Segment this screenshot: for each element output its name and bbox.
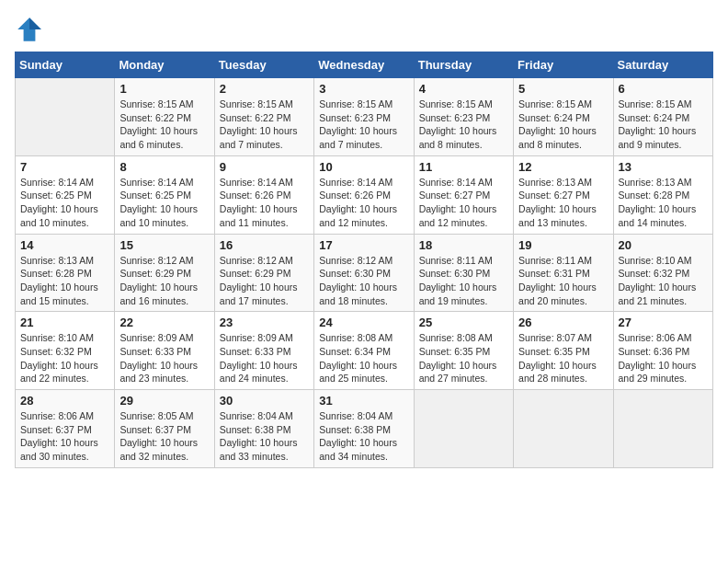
day-number: 2 [220,82,309,96]
day-number: 4 [419,82,508,96]
calendar-cell: 22Sunrise: 8:09 AM Sunset: 6:33 PM Dayli… [115,312,214,390]
day-number: 15 [119,238,209,252]
header-friday: Friday [514,52,613,78]
calendar-cell [613,390,712,468]
day-info: Sunrise: 8:14 AM Sunset: 6:25 PM Dayligh… [20,176,109,230]
day-info: Sunrise: 8:15 AM Sunset: 6:23 PM Dayligh… [419,98,508,152]
logo-icon [15,15,44,44]
calendar-cell: 5Sunrise: 8:15 AM Sunset: 6:24 PM Daylig… [514,78,613,156]
calendar-cell: 19Sunrise: 8:11 AM Sunset: 6:31 PM Dayli… [514,234,613,312]
header-wednesday: Wednesday [314,52,414,78]
calendar-cell: 4Sunrise: 8:15 AM Sunset: 6:23 PM Daylig… [414,78,513,156]
day-number: 22 [119,316,209,329]
day-info: Sunrise: 8:05 AM Sunset: 6:37 PM Dayligh… [119,409,209,464]
day-number: 23 [220,316,309,329]
svg-marker-1 [29,17,41,29]
day-info: Sunrise: 8:08 AM Sunset: 6:34 PM Dayligh… [319,331,408,385]
day-number: 14 [20,238,109,252]
day-number: 5 [518,82,608,96]
calendar-table: SundayMondayTuesdayWednesdayThursdayFrid… [15,52,713,468]
day-number: 26 [518,316,608,329]
day-number: 31 [319,394,408,408]
day-number: 27 [619,316,708,329]
calendar-cell: 23Sunrise: 8:09 AM Sunset: 6:33 PM Dayli… [214,312,313,390]
day-number: 16 [220,238,309,252]
day-number: 21 [20,316,109,329]
day-info: Sunrise: 8:12 AM Sunset: 6:29 PM Dayligh… [220,254,309,308]
day-number: 3 [319,82,408,96]
day-number: 11 [419,160,508,174]
day-info: Sunrise: 8:15 AM Sunset: 6:22 PM Dayligh… [119,98,209,152]
header-sunday: Sunday [16,52,115,78]
day-info: Sunrise: 8:06 AM Sunset: 6:36 PM Dayligh… [619,331,708,385]
day-number: 13 [619,160,708,174]
calendar-week-5: 28Sunrise: 8:06 AM Sunset: 6:37 PM Dayli… [16,390,713,468]
calendar-cell [16,78,115,156]
day-info: Sunrise: 8:09 AM Sunset: 6:33 PM Dayligh… [119,331,209,385]
day-number: 8 [119,160,209,174]
calendar-cell: 12Sunrise: 8:13 AM Sunset: 6:27 PM Dayli… [514,155,613,234]
header-monday: Monday [115,52,214,78]
day-info: Sunrise: 8:10 AM Sunset: 6:32 PM Dayligh… [20,331,109,385]
calendar-cell: 11Sunrise: 8:14 AM Sunset: 6:27 PM Dayli… [414,155,513,234]
calendar-week-3: 14Sunrise: 8:13 AM Sunset: 6:28 PM Dayli… [16,234,713,312]
day-number: 29 [119,394,209,408]
calendar-cell: 30Sunrise: 8:04 AM Sunset: 6:38 PM Dayli… [214,390,313,468]
day-number: 6 [619,82,708,96]
calendar-cell: 2Sunrise: 8:15 AM Sunset: 6:22 PM Daylig… [214,78,313,156]
calendar-cell: 31Sunrise: 8:04 AM Sunset: 6:38 PM Dayli… [314,390,414,468]
day-number: 19 [518,238,608,252]
day-number: 28 [20,394,109,408]
day-number: 20 [619,238,708,252]
day-info: Sunrise: 8:12 AM Sunset: 6:29 PM Dayligh… [119,254,209,308]
calendar-cell: 27Sunrise: 8:06 AM Sunset: 6:36 PM Dayli… [613,312,712,390]
calendar-week-2: 7Sunrise: 8:14 AM Sunset: 6:25 PM Daylig… [16,155,713,234]
day-info: Sunrise: 8:13 AM Sunset: 6:28 PM Dayligh… [20,254,109,308]
calendar-cell: 17Sunrise: 8:12 AM Sunset: 6:30 PM Dayli… [314,234,414,312]
calendar-cell [514,390,613,468]
calendar-cell: 18Sunrise: 8:11 AM Sunset: 6:30 PM Dayli… [414,234,513,312]
calendar-cell: 20Sunrise: 8:10 AM Sunset: 6:32 PM Dayli… [613,234,712,312]
calendar-week-4: 21Sunrise: 8:10 AM Sunset: 6:32 PM Dayli… [16,312,713,390]
day-number: 7 [20,160,109,174]
calendar-cell: 10Sunrise: 8:14 AM Sunset: 6:26 PM Dayli… [314,155,414,234]
day-info: Sunrise: 8:06 AM Sunset: 6:37 PM Dayligh… [20,409,109,464]
logo [15,15,48,44]
day-info: Sunrise: 8:13 AM Sunset: 6:27 PM Dayligh… [518,176,608,230]
calendar-cell: 8Sunrise: 8:14 AM Sunset: 6:25 PM Daylig… [115,155,214,234]
day-info: Sunrise: 8:07 AM Sunset: 6:35 PM Dayligh… [518,331,608,385]
day-number: 30 [220,394,309,408]
day-number: 25 [419,316,508,329]
day-info: Sunrise: 8:14 AM Sunset: 6:27 PM Dayligh… [419,176,508,230]
day-number: 10 [319,160,408,174]
day-info: Sunrise: 8:04 AM Sunset: 6:38 PM Dayligh… [319,409,408,464]
calendar-cell: 24Sunrise: 8:08 AM Sunset: 6:34 PM Dayli… [314,312,414,390]
calendar-cell: 7Sunrise: 8:14 AM Sunset: 6:25 PM Daylig… [16,155,115,234]
day-number: 17 [319,238,408,252]
day-info: Sunrise: 8:04 AM Sunset: 6:38 PM Dayligh… [220,409,309,464]
calendar-header-row: SundayMondayTuesdayWednesdayThursdayFrid… [16,52,713,78]
day-info: Sunrise: 8:14 AM Sunset: 6:26 PM Dayligh… [220,176,309,230]
day-info: Sunrise: 8:15 AM Sunset: 6:22 PM Dayligh… [220,98,309,152]
calendar-cell: 14Sunrise: 8:13 AM Sunset: 6:28 PM Dayli… [16,234,115,312]
day-info: Sunrise: 8:15 AM Sunset: 6:24 PM Dayligh… [518,98,608,152]
calendar-cell: 1Sunrise: 8:15 AM Sunset: 6:22 PM Daylig… [115,78,214,156]
page-header [15,15,713,44]
calendar-cell: 16Sunrise: 8:12 AM Sunset: 6:29 PM Dayli… [214,234,313,312]
day-info: Sunrise: 8:11 AM Sunset: 6:31 PM Dayligh… [518,254,608,308]
calendar-cell: 29Sunrise: 8:05 AM Sunset: 6:37 PM Dayli… [115,390,214,468]
calendar-cell: 15Sunrise: 8:12 AM Sunset: 6:29 PM Dayli… [115,234,214,312]
day-number: 1 [119,82,209,96]
day-info: Sunrise: 8:15 AM Sunset: 6:23 PM Dayligh… [319,98,408,152]
day-number: 18 [419,238,508,252]
calendar-week-1: 1Sunrise: 8:15 AM Sunset: 6:22 PM Daylig… [16,78,713,156]
day-info: Sunrise: 8:14 AM Sunset: 6:25 PM Dayligh… [119,176,209,230]
day-info: Sunrise: 8:09 AM Sunset: 6:33 PM Dayligh… [220,331,309,385]
day-number: 12 [518,160,608,174]
calendar-cell: 3Sunrise: 8:15 AM Sunset: 6:23 PM Daylig… [314,78,414,156]
day-info: Sunrise: 8:10 AM Sunset: 6:32 PM Dayligh… [619,254,708,308]
day-info: Sunrise: 8:08 AM Sunset: 6:35 PM Dayligh… [419,331,508,385]
day-info: Sunrise: 8:11 AM Sunset: 6:30 PM Dayligh… [419,254,508,308]
calendar-cell: 6Sunrise: 8:15 AM Sunset: 6:24 PM Daylig… [613,78,712,156]
calendar-cell: 28Sunrise: 8:06 AM Sunset: 6:37 PM Dayli… [16,390,115,468]
